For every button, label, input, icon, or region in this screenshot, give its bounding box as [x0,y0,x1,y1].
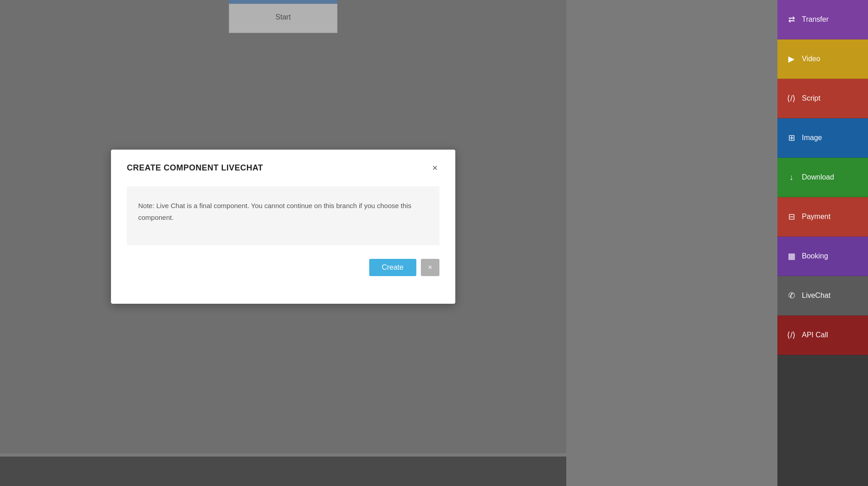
booking-label: Booking [802,252,828,260]
transfer-label: Transfer [802,15,829,24]
sidebar-item-payment[interactable]: ⊟Payment [777,197,868,237]
apicall-icon: ⟨/⟩ [786,330,796,340]
sidebar: ⇄Transfer▶Video⟨/⟩Script⊞Image↓Download⊟… [777,0,868,486]
sidebar-item-transfer[interactable]: ⇄Transfer [777,0,868,39]
sidebar-item-download[interactable]: ↓Download [777,158,868,197]
video-icon: ▶ [786,54,796,64]
modal-cancel-button[interactable]: × [421,259,439,276]
create-livechat-modal: CREATE COMPONENT LIVECHAT × Note: Live C… [111,150,455,304]
modal-overlay: CREATE COMPONENT LIVECHAT × Note: Live C… [0,0,566,453]
modal-close-button[interactable]: × [430,163,439,172]
download-label: Download [802,173,834,181]
apicall-label: API Call [802,331,828,339]
image-label: Image [802,134,822,142]
canvas-area: Start CREATE COMPONENT LIVECHAT × Note: … [0,0,566,486]
script-icon: ⟨/⟩ [786,93,796,103]
payment-icon: ⊟ [786,212,796,222]
modal-note: Note: Live Chat is a final component. Yo… [138,200,428,223]
modal-header: CREATE COMPONENT LIVECHAT × [127,163,439,173]
payment-label: Payment [802,213,830,221]
script-label: Script [802,94,820,102]
modal-body: Note: Live Chat is a final component. Yo… [127,186,439,245]
transfer-icon: ⇄ [786,15,796,24]
video-label: Video [802,55,820,63]
sidebar-item-booking[interactable]: ▦Booking [777,237,868,276]
modal-footer: Create × [127,259,439,276]
sidebar-item-livechat[interactable]: ✆LiveChat [777,276,868,316]
download-icon: ↓ [786,173,796,182]
sidebar-item-apicall[interactable]: ⟨/⟩API Call [777,316,868,355]
image-icon: ⊞ [786,133,796,143]
modal-create-button[interactable]: Create [369,259,416,276]
livechat-icon: ✆ [786,291,796,301]
booking-icon: ▦ [786,251,796,261]
modal-title: CREATE COMPONENT LIVECHAT [127,163,263,173]
sidebar-item-image[interactable]: ⊞Image [777,118,868,158]
sidebar-item-script[interactable]: ⟨/⟩Script [777,79,868,118]
livechat-label: LiveChat [802,292,830,300]
sidebar-item-video[interactable]: ▶Video [777,39,868,79]
bottom-toolbar [0,457,566,486]
